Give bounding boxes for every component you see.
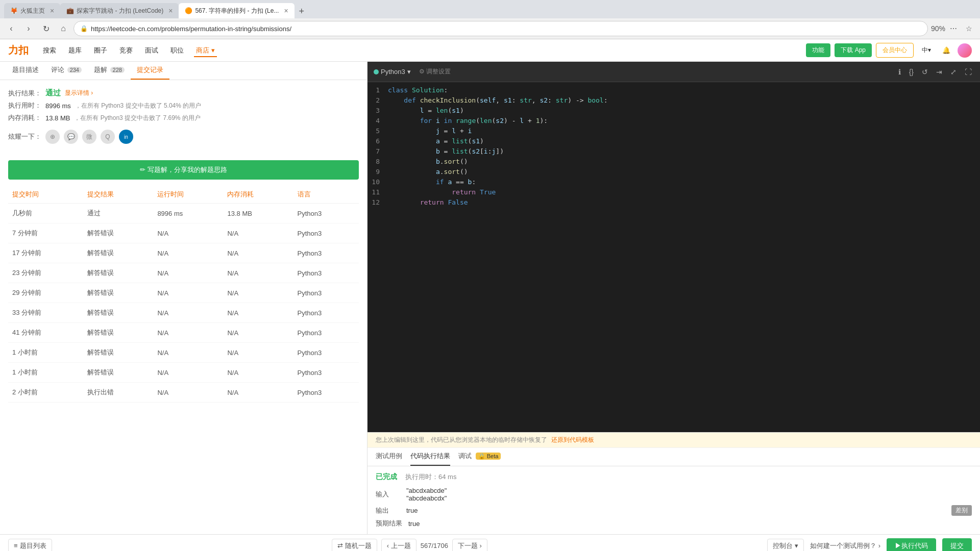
share-weibo-icon[interactable]: 微: [82, 130, 96, 144]
url-bar[interactable]: 🔒: [74, 21, 928, 36]
submissions-table: 提交时间 提交结果 运行时间 内存消耗 语言 几秒前 通过 8996 ms 13…: [8, 186, 359, 403]
problem-list-button[interactable]: ≡ 题目列表: [8, 539, 52, 552]
editor-tools-right: ℹ {} ↺ ⇥ ⤢ ⛶: [896, 67, 974, 77]
submission-status[interactable]: 解答错误: [83, 283, 153, 303]
submission-status[interactable]: 解答错误: [83, 303, 153, 323]
share-icons: ⊕ 💬 微 Q in: [45, 130, 133, 144]
submission-status[interactable]: 执行出错: [83, 383, 153, 403]
test-tab-debug[interactable]: 调试 🔒 Beta: [458, 447, 501, 466]
refresh-button[interactable]: ↻: [39, 21, 53, 36]
lc-logo[interactable]: 力扣: [8, 43, 29, 57]
code-editor[interactable]: 1class Solution:2 def checkInclusion(sel…: [368, 82, 980, 432]
submission-status[interactable]: 通过: [83, 204, 153, 223]
share-qq-icon[interactable]: Q: [101, 130, 115, 144]
restore-link[interactable]: 还原到代码模板: [551, 436, 594, 444]
random-problem-button[interactable]: ⇄ 随机一题: [332, 539, 377, 552]
share-wechat-moments-icon[interactable]: ⊕: [45, 130, 60, 144]
share-wechat-icon[interactable]: 💬: [64, 130, 78, 144]
editor-info-icon[interactable]: ℹ: [896, 67, 903, 77]
restore-text: 您上次编辑到这里，代码已从您浏览器本地的临时存储中恢复了: [376, 436, 547, 444]
submission-status[interactable]: 解答错误: [83, 363, 153, 383]
tab-submissions[interactable]: 提交记录: [131, 62, 169, 80]
lock-icon: 🔒: [80, 25, 88, 32]
notification-bell-icon[interactable]: 🔔: [939, 43, 953, 58]
new-tab-button[interactable]: +: [295, 4, 309, 18]
submission-lang: Python3: [293, 204, 359, 223]
tab-solutions[interactable]: 题解 228: [88, 62, 131, 80]
submission-memory: N/A: [223, 223, 293, 243]
test-tab-result[interactable]: 代码执行结果: [410, 447, 450, 466]
submission-status[interactable]: 解答错误: [83, 243, 153, 263]
submission-memory: N/A: [223, 263, 293, 283]
nav-interview[interactable]: 面试: [143, 44, 160, 57]
nav-circle[interactable]: 圈子: [92, 44, 109, 57]
editor-toolbar: Python3 ▾ ⚙ 调整设置 ℹ {} ↺ ⇥ ⤢ ⛶: [368, 62, 980, 82]
tab-problem[interactable]: 🟠 567. 字符串的排列 - 力扣 (Le... ×: [179, 3, 294, 18]
table-row: 1 小时前 解答错误 N/A N/A Python3: [8, 343, 359, 363]
time-value: 8996 ms: [45, 102, 71, 110]
settings-label[interactable]: ⚙ 调整设置: [419, 67, 451, 76]
nav-problems[interactable]: 题库: [66, 44, 84, 57]
line-number: 1: [368, 86, 388, 96]
vip-button[interactable]: 会员中心: [876, 43, 914, 58]
test-tab-cases[interactable]: 测试用例: [376, 447, 402, 466]
bookmark-btn[interactable]: ☆: [962, 21, 976, 36]
share-linkedin-icon[interactable]: in: [119, 130, 133, 144]
table-row: 几秒前 通过 8996 ms 13.8 MB Python3: [8, 204, 359, 223]
user-avatar[interactable]: [958, 43, 972, 58]
prev-problem-button[interactable]: ‹ 上一题: [381, 539, 416, 552]
next-problem-button[interactable]: 下一题 ›: [452, 539, 487, 552]
write-solution-button[interactable]: ✏ 写题解，分享我的解题思路: [8, 160, 359, 180]
submission-status[interactable]: 解答错误: [83, 323, 153, 343]
list-icon: ≡: [14, 542, 18, 549]
line-content: l = len(s1): [388, 107, 464, 117]
tab-explore[interactable]: 💼 探索字节跳动 - 力扣 (LeetCode) ×: [60, 3, 179, 18]
nav-search[interactable]: 搜索: [41, 44, 58, 57]
lang-label: Python3: [381, 68, 405, 76]
submission-status[interactable]: 解答错误: [83, 263, 153, 283]
tab-close-1[interactable]: ×: [50, 7, 54, 15]
code-line: 1class Solution:: [368, 86, 980, 96]
forward-button[interactable]: ›: [21, 21, 36, 36]
url-input[interactable]: [91, 25, 921, 33]
editor-indent-icon[interactable]: ⇥: [934, 67, 944, 77]
editor-fullscreen-icon[interactable]: ⛶: [963, 67, 974, 77]
bottom-panel: 您上次编辑到这里，代码已从您浏览器本地的临时存储中恢复了 还原到代码模板 测试用…: [368, 432, 980, 534]
submission-memory: N/A: [223, 383, 293, 403]
tab-comments[interactable]: 评论 234: [45, 62, 88, 80]
nav-contest[interactable]: 竞赛: [117, 44, 135, 57]
code-line: 10 if a == b:: [368, 178, 980, 188]
run-code-button[interactable]: ▶执行代码: [887, 538, 936, 552]
result-memory-row: 内存消耗： 13.8 MB ，在所有 Python3 提交中击败了 7.69% …: [8, 113, 359, 122]
line-content: return False: [388, 198, 468, 209]
submission-runtime: N/A: [153, 263, 223, 283]
console-button[interactable]: 控制台 ▾: [767, 539, 804, 552]
back-button[interactable]: ‹: [4, 21, 18, 36]
show-detail-link[interactable]: 显示详情 ›: [65, 89, 93, 97]
beta-badge: 🔒 Beta: [476, 453, 501, 460]
home-button[interactable]: ⌂: [56, 21, 70, 36]
submit-button[interactable]: 提交: [942, 538, 972, 552]
submission-lang: Python3: [293, 383, 359, 403]
language-selector[interactable]: Python3 ▾: [374, 68, 411, 76]
lang-selector[interactable]: 中▾: [918, 44, 935, 57]
how-to-test-link[interactable]: 如何建一个测试用例？ ›: [810, 541, 880, 550]
nav-store[interactable]: 商店 ▾: [194, 44, 217, 57]
extensions-btn[interactable]: ⋯: [946, 21, 961, 36]
editor-maximize-icon[interactable]: ⤢: [948, 67, 959, 77]
tab-description[interactable]: 题目描述: [6, 62, 45, 80]
share-label: 炫耀一下：: [8, 132, 41, 141]
nav-jobs[interactable]: 职位: [168, 44, 186, 57]
editor-expand-icon[interactable]: {}: [907, 67, 916, 77]
submission-status[interactable]: 解答错误: [83, 343, 153, 363]
editor-reset-icon[interactable]: ↺: [920, 67, 930, 77]
func-button[interactable]: 功能: [806, 43, 830, 57]
diff-button[interactable]: 差别: [951, 505, 972, 516]
download-app-button[interactable]: 下载 App: [835, 43, 872, 57]
submission-runtime: N/A: [153, 223, 223, 243]
tab-close-2[interactable]: ×: [168, 7, 173, 15]
tab-firefox-home[interactable]: 🦊 火狐主页 ×: [4, 3, 60, 18]
tab-close-3[interactable]: ×: [284, 7, 288, 15]
line-number: 7: [368, 147, 388, 158]
submission-status[interactable]: 解答错误: [83, 223, 153, 243]
